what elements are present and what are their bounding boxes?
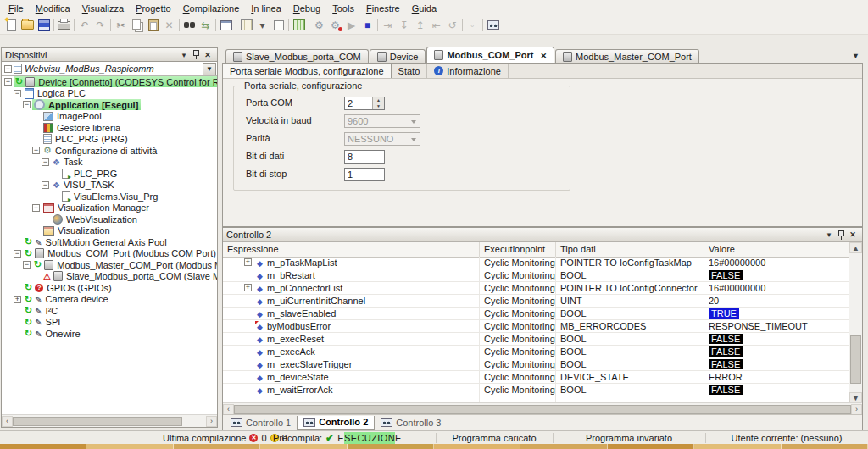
sub-tab-stato[interactable]: Stato: [392, 64, 428, 78]
new-object-icon[interactable]: [270, 18, 287, 32]
visualization-grid-icon[interactable]: [238, 18, 254, 32]
expander-icon[interactable]: −: [14, 90, 21, 97]
scroll-right-icon[interactable]: ›: [206, 416, 217, 427]
watch-row-m-devicestate[interactable]: m_deviceStateCyclic MonitoringDEVICE_STA…: [223, 371, 849, 384]
pin-icon[interactable]: [835, 230, 847, 241]
field-parit[interactable]: NESSUNO: [344, 132, 420, 146]
close-icon[interactable]: [202, 49, 214, 60]
close-tab-icon[interactable]: [537, 50, 547, 60]
tree-item-slave-modbus-porta-com-slave-modbus[interactable]: Slave_Modbus_porta_COM (Slave Modbus,: [2, 271, 217, 283]
expander-icon[interactable]: −: [42, 181, 49, 189]
tree-item-onewire[interactable]: Onewire: [2, 328, 217, 340]
menu-debug[interactable]: Debug: [287, 2, 326, 15]
expander-icon[interactable]: +: [14, 296, 21, 303]
watch-vertical-scrollbar[interactable]: ▲ ▼: [849, 242, 862, 403]
tree-root-row[interactable]: − Webvisu_ModBus_Raspicomm ▼: [2, 62, 217, 76]
new-file-icon[interactable]: [3, 18, 19, 32]
tree-item-gpios-gpios[interactable]: GPIOs (GPIOs): [2, 282, 217, 294]
stop-icon[interactable]: ■: [359, 18, 376, 32]
tree-item-configurazione-di-attivit[interactable]: −Configurazione di attività: [2, 145, 217, 157]
tree-item-webvisualization[interactable]: WebVisualization: [2, 213, 217, 225]
watch-row-m-slaveenabled[interactable]: m_slaveEnabledCyclic MonitoringBOOLTRUE: [223, 308, 849, 320]
menu-file[interactable]: File: [3, 2, 30, 15]
menu-visualizza[interactable]: Visualizza: [76, 2, 130, 15]
field-bit-di-stop[interactable]: 1: [344, 168, 385, 181]
expander-icon[interactable]: −: [4, 78, 12, 86]
devices-horizontal-scrollbar[interactable]: ‹ ›: [2, 414, 217, 427]
breakpoint-icon[interactable]: ◦: [465, 18, 481, 32]
run-icon[interactable]: ▶: [343, 18, 359, 32]
watch-row-m-execack[interactable]: m_execAckCyclic MonitoringBOOLFALSE: [223, 346, 849, 358]
tree-item-camera-device[interactable]: +Camera device: [2, 294, 217, 306]
find-icon[interactable]: [181, 18, 198, 32]
column-header-espressione[interactable]: Espressione: [223, 242, 480, 257]
watch-row-m-execslavetrigger[interactable]: m_execSlaveTriggerCyclic MonitoringBOOLF…: [223, 358, 849, 371]
tree-item-i-c[interactable]: I²C: [2, 305, 217, 317]
watch-row-m-execreset[interactable]: m_execResetCyclic MonitoringBOOLFALSE: [223, 333, 849, 346]
doc-tab-device[interactable]: Device: [370, 49, 426, 63]
tree-item-visualization[interactable]: Visualization: [2, 225, 217, 237]
tree-item-modbus-master-com-port-modbus-master-c[interactable]: −Modbus_Master_COM_Port (Modbus Master, …: [2, 259, 217, 271]
build-icon[interactable]: [291, 18, 307, 32]
menu-guida[interactable]: Guida: [406, 2, 442, 15]
watch-row-m-brestart[interactable]: m_bRestartCyclic MonitoringBOOLFALSE: [223, 269, 849, 282]
tree-item-device-connetto-codesys-control-for-rasp[interactable]: −Device [Connetto] (CODESYS Control for …: [2, 76, 217, 88]
step-return-icon[interactable]: ⇤: [428, 18, 444, 32]
watch-row-m-uicurrentinitchannel[interactable]: m_uiCurrentInitChannelCyclic MonitoringU…: [223, 295, 849, 308]
expander-icon[interactable]: −: [32, 147, 40, 154]
scrollbar-thumb[interactable]: [234, 405, 851, 414]
project-window-icon[interactable]: [218, 18, 234, 32]
spin-up-icon[interactable]: ▲: [373, 97, 384, 103]
logout-icon[interactable]: ⚙: [327, 18, 343, 32]
chevron-down-icon[interactable]: [823, 230, 835, 241]
menu-progetto[interactable]: Progetto: [130, 2, 177, 15]
tree-item-visualization-manager[interactable]: −Visualization Manager: [2, 202, 217, 214]
tree-item-task[interactable]: −Task: [2, 157, 217, 169]
tree-item-visuelems-visu-prg[interactable]: VisuElems.Visu_Prg: [2, 191, 217, 202]
spin-down-icon[interactable]: ▼: [373, 103, 384, 109]
tree-item-spi[interactable]: SPI: [2, 317, 217, 329]
active-application-dropdown[interactable]: ▼: [203, 63, 216, 75]
sub-tab-informazione[interactable]: Informazione: [427, 64, 509, 78]
chevron-down-icon[interactable]: [178, 49, 190, 60]
column-header-tipo-dati[interactable]: Tipo dati: [556, 242, 704, 257]
doc-tab-slave-modbus-porta-com[interactable]: Slave_Modbus_porta_COM: [225, 49, 369, 63]
doc-tab-modbus-master-com-port[interactable]: Modbus_Master_COM_Port: [555, 49, 699, 63]
redo-icon[interactable]: ↷: [92, 18, 108, 32]
watch-tab-controllo-3[interactable]: Controllo 3: [375, 416, 447, 429]
watch-horizontal-scrollbar[interactable]: ‹ ›: [223, 402, 862, 415]
tree-item-application-esegui[interactable]: −Application [Esegui]: [2, 99, 217, 111]
dropdown-arrow-icon[interactable]: ▾: [254, 18, 270, 32]
watch-row-m-ptaskmaplist[interactable]: +m_pTaskMapListCyclic MonitoringPOINTER …: [223, 257, 849, 269]
pin-icon[interactable]: [190, 49, 202, 60]
search-replace-icon[interactable]: ⇆: [198, 18, 214, 32]
expander-icon[interactable]: +: [244, 258, 252, 266]
watch-list-icon[interactable]: [485, 18, 501, 32]
scroll-left-icon[interactable]: ‹: [2, 416, 13, 427]
cut-icon[interactable]: ✂: [113, 18, 129, 32]
menu-modifica[interactable]: Modifica: [30, 2, 76, 15]
watch-row-m-waiterrorack[interactable]: m_waitErrorAckCyclic MonitoringBOOLFALSE: [223, 384, 849, 396]
step-over-icon[interactable]: ⇥: [380, 18, 396, 32]
expander-icon[interactable]: +: [244, 284, 252, 291]
field-velocit-in-baud[interactable]: 9600: [344, 114, 420, 128]
watch-row-bymodbuserror[interactable]: byModbusErrorCyclic MonitoringMB_ERRORCO…: [223, 320, 849, 333]
step-out-icon[interactable]: ↥: [412, 18, 428, 32]
expander-icon[interactable]: −: [14, 250, 21, 258]
undo-icon[interactable]: ↶: [76, 18, 92, 32]
tab-overflow-dropdown[interactable]: ▼: [852, 52, 860, 60]
column-header-executionpoint[interactable]: Executionpoint: [480, 242, 556, 257]
print-icon[interactable]: [56, 18, 72, 32]
tree-item-gestore-libreria[interactable]: Gestore libreria: [2, 122, 217, 134]
field-bit-di-dati[interactable]: 8: [344, 150, 385, 164]
scroll-right-icon[interactable]: ›: [851, 404, 862, 415]
expander-icon[interactable]: −: [23, 261, 31, 269]
scroll-left-icon[interactable]: ‹: [223, 404, 234, 415]
reset-icon[interactable]: ↺: [444, 18, 460, 32]
doc-tab-modbus-com-port[interactable]: Modbus_COM_Port: [426, 47, 554, 63]
menu-tools[interactable]: Tools: [326, 2, 360, 15]
expander-icon[interactable]: −: [4, 65, 12, 73]
tree-item-logica-plc[interactable]: −Logica PLC: [2, 88, 217, 100]
tree-item-softmotion-general-axis-pool[interactable]: SoftMotion General Axis Pool: [2, 236, 217, 248]
tree-item-visu-task[interactable]: −VISU_TASK: [2, 180, 217, 191]
